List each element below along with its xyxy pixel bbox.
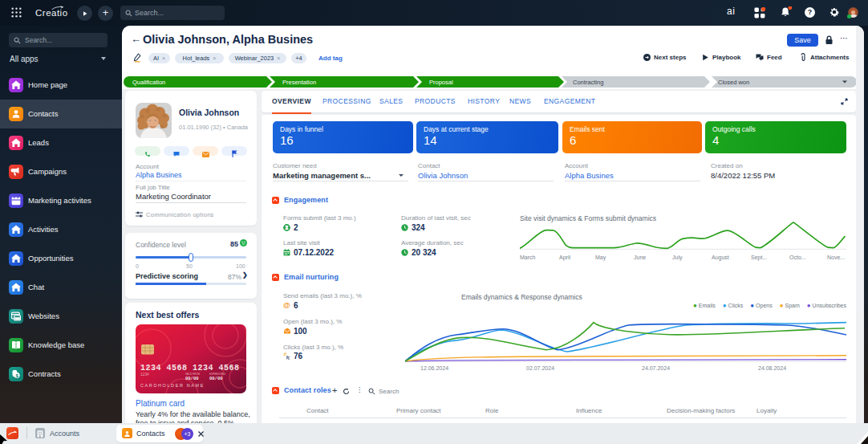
svg-text:Proposal: Proposal	[429, 79, 453, 86]
svg-text:Closed won: Closed won	[718, 79, 749, 86]
svg-text:Contracting: Contracting	[573, 79, 603, 86]
svg-text:Presentation: Presentation	[282, 79, 316, 86]
svg-text:00/00: 00/00	[209, 376, 223, 381]
svg-text:1234: 1234	[140, 373, 149, 377]
svg-text:00/00: 00/00	[185, 376, 199, 381]
svg-text:Qualification: Qualification	[132, 79, 165, 86]
svg-text:CARDHOLDER NAME: CARDHOLDER NAME	[140, 383, 205, 388]
svg-text:1234 4568 1234 4568: 1234 4568 1234 4568	[140, 364, 240, 373]
